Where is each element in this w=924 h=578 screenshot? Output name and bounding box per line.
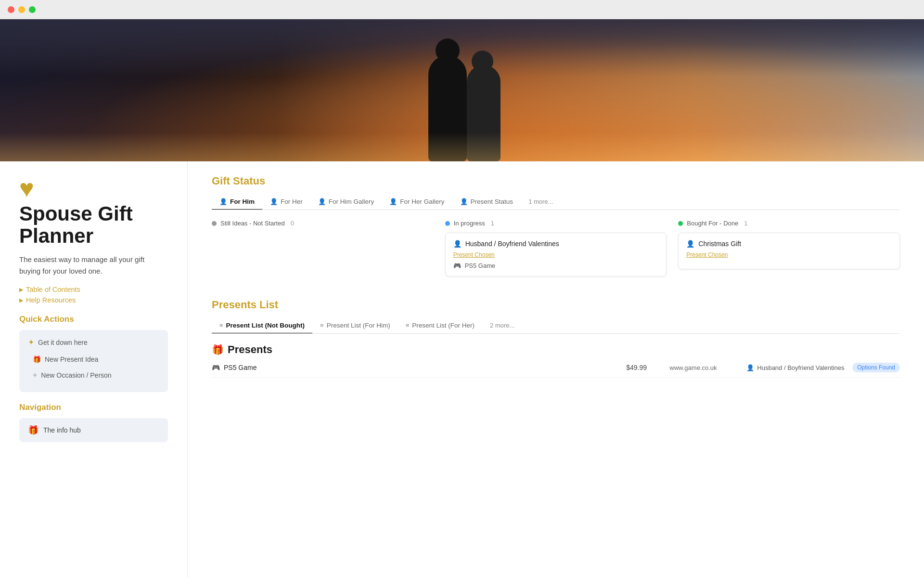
person-icon-status: 👤 [460, 198, 468, 205]
toc-link[interactable]: ▶ Table of Contents [19, 286, 168, 293]
info-hub-button[interactable]: 🎁 The info hub [19, 418, 168, 442]
card-person-christmas: 👤 Christmas Gift [686, 240, 892, 248]
sidebar: ♥ Spouse Gift Planner The easiest way to… [0, 161, 188, 578]
status-badge: Options Found [852, 363, 900, 372]
page-icon: ♥ [19, 174, 168, 203]
quick-actions-box: ✦ Get it down here 🎁 New Present Idea + … [19, 330, 168, 392]
kanban-header-in-progress: In progress 1 [445, 220, 667, 227]
gift-status-title: Gift Status [212, 175, 900, 187]
nav-gift-icon: 🎁 [28, 425, 38, 435]
quick-actions-title: Quick Actions [19, 315, 168, 324]
new-present-button[interactable]: 🎁 New Present Idea [28, 353, 159, 366]
tab-present-status[interactable]: 👤 Present Status [452, 194, 521, 210]
minimize-button[interactable] [18, 6, 25, 13]
tab-present-list-her[interactable]: ≡ Present List (For Her) [398, 318, 482, 334]
person-icon-christmas: 👤 [686, 240, 694, 248]
person-silhouette-left [428, 55, 467, 161]
present-chosen-tag-valentines[interactable]: Present Chosen [453, 251, 659, 258]
kanban-board: Still Ideas - Not Started 0 In progress … [212, 220, 900, 281]
card-person-valentines: 👤 Husband / Boyfriend Valentines [453, 240, 659, 248]
hero-couple-silhouette [419, 41, 505, 161]
hero-banner [0, 19, 924, 161]
tab-not-bought[interactable]: ≡ Present List (Not Bought) [212, 318, 312, 334]
person-icon-her-gallery: 👤 [389, 198, 397, 205]
kanban-column-in-progress: In progress 1 👤 Husband / Boyfriend Vale… [445, 220, 667, 281]
person-list-icon: 👤 [746, 364, 754, 371]
stack-icon-him: ≡ [320, 322, 324, 329]
tab-for-her-gallery[interactable]: 👤 For Her Gallery [382, 194, 452, 210]
stack-icon-not-bought: ≡ [219, 322, 223, 329]
list-person-valentines: 👤 Husband / Boyfriend Valentines [746, 364, 852, 371]
tab-presents-more[interactable]: 2 more... [482, 318, 522, 334]
help-link[interactable]: ▶ Help Resources [19, 296, 168, 304]
presents-gift-icon: 🎁 [212, 344, 224, 355]
gamepad-icon: 🎮 [453, 262, 461, 269]
person-icon-valentines: 👤 [453, 240, 462, 248]
present-chosen-tag-christmas[interactable]: Present Chosen [686, 251, 892, 258]
person-icon-her: 👤 [270, 198, 278, 205]
gift-status-tabs: 👤 For Him 👤 For Her 👤 For Him Gallery 👤 … [212, 194, 900, 210]
presents-list-header: 🎁 Presents [212, 343, 900, 356]
kanban-header-bought: Bought For - Done 1 [678, 220, 900, 227]
close-button[interactable] [8, 6, 14, 13]
plus-icon: + [33, 371, 37, 380]
kanban-column-not-started: Still Ideas - Not Started 0 [212, 220, 434, 233]
help-arrow-icon: ▶ [19, 297, 23, 303]
dot-not-started [212, 221, 217, 226]
ps5-icon: 🎮 [212, 364, 220, 371]
tab-more[interactable]: 1 more... [521, 194, 561, 210]
kanban-column-bought: Bought For - Done 1 👤 Christmas Gift Pre… [678, 220, 900, 274]
presents-list-tabs: ≡ Present List (Not Bought) ≡ Present Li… [212, 318, 900, 334]
main-layout: ♥ Spouse Gift Planner The easiest way to… [0, 161, 924, 578]
maximize-button[interactable] [29, 6, 36, 13]
main-content: Gift Status 👤 For Him 👤 For Her 👤 For Hi… [188, 161, 924, 578]
person-icon-him-gallery: 👤 [318, 198, 326, 205]
window-chrome [0, 0, 924, 19]
new-occasion-button[interactable]: + New Occasion / Person [28, 368, 159, 382]
kanban-header-not-started: Still Ideas - Not Started 0 [212, 220, 434, 227]
table-row[interactable]: 🎮 PS5 Game $49.99 www.game.co.uk 👤 Husba… [212, 358, 900, 378]
kanban-card-valentines[interactable]: 👤 Husband / Boyfriend Valentines Present… [445, 233, 667, 276]
qa-header: ✦ Get it down here [28, 338, 159, 347]
kanban-card-christmas[interactable]: 👤 Christmas Gift Present Chosen [678, 233, 900, 269]
tab-for-him[interactable]: 👤 For Him [212, 194, 262, 210]
tab-for-him-gallery[interactable]: 👤 For Him Gallery [310, 194, 382, 210]
tab-present-list-him[interactable]: ≡ Present List (For Him) [312, 318, 398, 334]
page-description: The easiest way to manage all your gift … [19, 254, 154, 277]
tab-for-her[interactable]: 👤 For Her [262, 194, 310, 210]
page-title: Spouse Gift Planner [19, 203, 168, 247]
toc-arrow-icon: ▶ [19, 287, 23, 293]
person-icon-him: 👤 [219, 198, 227, 205]
presents-list-title: Presents List [212, 299, 900, 311]
person-silhouette-right [467, 65, 500, 161]
dot-in-progress [445, 221, 450, 226]
stack-icon-her: ≡ [406, 322, 410, 329]
navigation-title: Navigation [19, 403, 168, 412]
card-item-ps5: 🎮 PS5 Game [453, 262, 659, 269]
gift-icon: 🎁 [33, 355, 41, 363]
sun-icon: ✦ [28, 338, 34, 347]
dot-bought [678, 221, 683, 226]
